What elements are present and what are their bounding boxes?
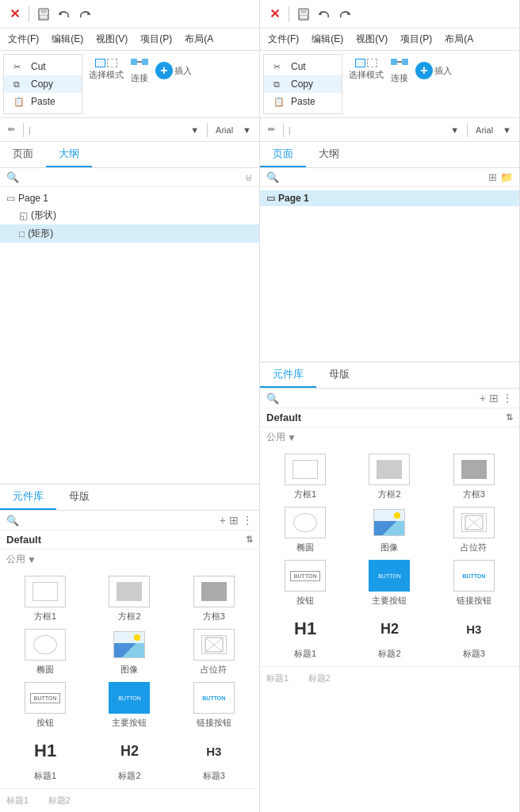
right-comp-h1-label: 标题1 [294, 648, 316, 660]
left-comp-primary-btn-label: 主要按钮 [112, 717, 147, 729]
left-font-dropdown-arrow[interactable]: ▼ [187, 124, 202, 136]
left-pencil-icon[interactable]: ✏ [5, 123, 18, 136]
left-tree-page1[interactable]: ▭ Page 1 [0, 190, 259, 206]
right-comp-rect2[interactable]: 方框2 [350, 454, 428, 500]
left-redo-icon[interactable] [77, 6, 93, 22]
left-menu-view[interactable]: 视图(V) [93, 31, 131, 48]
right-add-page-icon[interactable]: ⊞ [488, 171, 497, 183]
left-comp-rect3[interactable]: 方框3 [175, 576, 253, 622]
right-comp-link-btn[interactable]: BUTTON 链接按钮 [435, 560, 513, 607]
right-pencil-icon[interactable]: ✏ [265, 123, 278, 136]
left-font-name-arrow[interactable]: ▼ [239, 124, 254, 136]
right-connect-btn[interactable]: 连接 [390, 56, 409, 84]
right-comp-group-arrow[interactable]: ▼ [287, 432, 296, 443]
left-menu-project[interactable]: 项目(P) [137, 31, 175, 48]
left-comp-placeholder[interactable]: 占位符 [175, 629, 253, 676]
right-menu-file[interactable]: 文件(F) [265, 31, 302, 48]
left-search-input[interactable] [22, 172, 242, 183]
right-comp-h3[interactable]: H3 标题3 [435, 613, 513, 660]
left-comp-tab-library[interactable]: 元件库 [0, 485, 56, 510]
left-select-mode-btn[interactable]: 选择模式 [89, 59, 124, 81]
left-comp-image[interactable]: 图像 [90, 629, 168, 676]
left-comp-search-input[interactable] [22, 515, 216, 526]
right-ctx-paste[interactable]: 📋 Paste [264, 93, 342, 110]
right-comp-tab-master[interactable]: 母版 [316, 362, 362, 388]
right-menu-view[interactable]: 视图(V) [353, 31, 391, 48]
left-connect-btn[interactable]: 连接 [130, 56, 149, 84]
right-comp-primary-btn[interactable]: BUTTON 主要按钮 [350, 560, 428, 607]
right-comp-selector[interactable]: Default ⇅ [260, 408, 519, 427]
left-save-icon[interactable] [36, 6, 52, 22]
right-comp-rect3[interactable]: 方框3 [435, 454, 513, 500]
right-fmt-sep [283, 123, 284, 137]
left-tab-outline[interactable]: 大纲 [46, 142, 92, 167]
left-undo-icon[interactable] [56, 6, 72, 22]
right-fmt-sep2 [467, 123, 468, 137]
right-comp-copy-icon[interactable]: ⊞ [489, 392, 499, 404]
left-search-bar: 🔍 ⊎ [0, 168, 259, 187]
left-filter-icon[interactable]: ⊎ [245, 171, 253, 183]
right-comp-h2[interactable]: H2 标题2 [350, 613, 428, 660]
right-comp-h1[interactable]: H1 标题1 [266, 613, 344, 660]
right-tree-page1[interactable]: ▭ Page 1 [260, 190, 519, 206]
left-comp-rect2[interactable]: 方框2 [90, 576, 168, 622]
left-comp-h2[interactable]: H2 标题2 [90, 735, 168, 782]
left-menu-file[interactable]: 文件(F) [5, 31, 42, 48]
left-tree-shape[interactable]: ◱ (形状) [0, 206, 259, 224]
left-comp-rect2-label: 方框2 [118, 611, 140, 622]
left-comp-ellipse[interactable]: 椭圆 [6, 629, 84, 676]
left-menu-layout[interactable]: 布局(A [182, 31, 216, 48]
right-comp-add-icon[interactable]: + [480, 392, 486, 404]
left-ctx-cut[interactable]: ✂ Cut [4, 58, 82, 75]
left-comp-button[interactable]: BUTTON 按钮 [6, 682, 84, 729]
right-comp-image[interactable]: 图像 [350, 507, 428, 553]
right-comp-rect1[interactable]: 方框1 [266, 454, 344, 500]
right-save-icon[interactable] [296, 6, 312, 22]
right-ctx-cut[interactable]: ✂ Cut [264, 58, 342, 75]
right-comp-placeholder[interactable]: 占位符 [435, 507, 513, 553]
right-comp-search-input[interactable] [282, 393, 476, 404]
left-comp-copy-icon[interactable]: ⊞ [229, 514, 239, 527]
left-comp-h1[interactable]: H1 标题1 [6, 735, 84, 782]
left-ctx-copy[interactable]: ⧉ Copy [4, 75, 82, 93]
left-comp-primary-btn-thumb: BUTTON [109, 682, 150, 714]
right-font-name-arrow[interactable]: ▼ [499, 124, 514, 136]
right-insert-label: 插入 [434, 65, 452, 77]
left-comp-link-btn[interactable]: BUTTON 链接按钮 [175, 682, 253, 729]
right-menu-edit[interactable]: 编辑(E) [308, 31, 346, 48]
right-ctx-copy[interactable]: ⧉ Copy [264, 75, 342, 93]
right-comp-ellipse[interactable]: 椭圆 [266, 507, 344, 553]
left-comp-add-icon[interactable]: + [220, 514, 226, 527]
left-shape-icon: ◱ [19, 210, 28, 221]
right-comp-button[interactable]: BUTTON 按钮 [266, 560, 344, 607]
right-tab-page[interactable]: 页面 [260, 142, 306, 167]
left-tab-page[interactable]: 页面 [0, 142, 46, 167]
left-ctx-paste[interactable]: 📋 Paste [4, 93, 82, 110]
left-menu-edit[interactable]: 编辑(E) [48, 31, 86, 48]
right-search-input[interactable] [282, 172, 485, 183]
right-menu-project[interactable]: 项目(P) [397, 31, 435, 48]
right-font-dropdown-arrow[interactable]: ▼ [447, 124, 462, 136]
right-comp-more-icon[interactable]: ⋮ [502, 392, 513, 404]
left-comp-selector[interactable]: Default ⇅ [0, 530, 259, 550]
left-tree-rect[interactable]: □ (矩形) [0, 224, 259, 243]
right-redo-icon[interactable] [337, 6, 353, 22]
right-tab-outline[interactable]: 大纲 [306, 142, 352, 167]
right-comp-rect3-thumb [453, 454, 495, 485]
left-insert-btn[interactable]: + 插入 [155, 62, 192, 79]
left-comp-rect1[interactable]: 方框1 [6, 576, 84, 622]
right-insert-btn[interactable]: + 插入 [415, 62, 452, 79]
left-fmt-sep [23, 123, 24, 137]
left-comp-group-arrow[interactable]: ▼ [27, 554, 36, 565]
right-search-icon: 🔍 [266, 171, 279, 183]
right-folder-icon[interactable]: 📁 [500, 171, 513, 183]
left-comp-more-icon[interactable]: ⋮ [242, 514, 253, 527]
right-comp-tab-library[interactable]: 元件库 [260, 362, 316, 388]
right-undo-icon[interactable] [316, 6, 332, 22]
right-select-mode-btn[interactable]: 选择模式 [349, 59, 384, 81]
right-menu-layout[interactable]: 布局(A [442, 31, 476, 48]
left-comp-primary-btn[interactable]: BUTTON 主要按钮 [90, 682, 168, 729]
left-comp-h3[interactable]: H3 标题3 [175, 735, 253, 782]
right-toolbar: ✕ [260, 0, 519, 29]
left-comp-tab-master[interactable]: 母版 [56, 485, 102, 510]
